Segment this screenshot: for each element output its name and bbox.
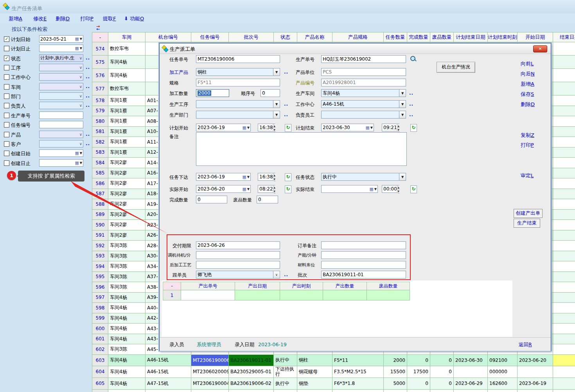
- add-link[interactable]: 新增A: [521, 81, 534, 88]
- table-row-606[interactable]: 606车间4杨A51-15机MT2306190033BA230619003-02…: [92, 390, 575, 392]
- chevron-down-icon[interactable]: ∨: [79, 65, 82, 70]
- row-number[interactable]: 597: [92, 293, 108, 303]
- filter-combo-input[interactable]: ∨: [39, 102, 83, 109]
- act-end-date[interactable]: ▦▼: [321, 185, 378, 193]
- checkbox[interactable]: [4, 103, 9, 108]
- next-link[interactable]: 向后N: [521, 70, 535, 77]
- refresh-icon[interactable]: ↻: [410, 185, 417, 193]
- dept-more-button[interactable]: ..: [284, 112, 288, 117]
- table-cell[interactable]: [553, 334, 575, 345]
- table-cell[interactable]: 车间4杨: [108, 378, 146, 390]
- table-cell[interactable]: A46-15机: [146, 355, 191, 366]
- table-cell[interactable]: 0: [430, 355, 454, 366]
- product-combo[interactable]: 铜柱▼: [196, 68, 280, 76]
- table-cell[interactable]: A51-15机: [146, 390, 191, 392]
- material-loc-input[interactable]: [321, 261, 406, 269]
- chevron-down-icon[interactable]: ▼: [247, 187, 250, 191]
- output-column-header[interactable]: 废品数量: [367, 282, 410, 290]
- table-cell[interactable]: MT2306190004: [191, 378, 229, 390]
- filter-more-button[interactable]: ..: [86, 131, 90, 137]
- table-cell[interactable]: 车间1蔡: [108, 137, 146, 147]
- refresh-icon[interactable]: ↻: [285, 185, 291, 193]
- toolbar-item-D[interactable]: 删除D: [56, 15, 70, 22]
- remark-textarea[interactable]: [196, 132, 407, 166]
- table-cell[interactable]: BA230619006-02: [229, 378, 274, 390]
- chevron-down-icon[interactable]: ▼: [80, 47, 82, 50]
- work-center-combo[interactable]: A46-15机▼: [321, 100, 406, 108]
- table-cell[interactable]: BA230619011-01: [229, 355, 274, 366]
- refresh-icon[interactable]: ↻: [285, 173, 291, 181]
- output-cell[interactable]: [235, 290, 280, 300]
- row-number[interactable]: 593: [92, 251, 108, 262]
- checkbox[interactable]: ✓: [4, 36, 9, 42]
- column-header[interactable]: 机台编号: [146, 32, 191, 42]
- table-cell[interactable]: [553, 210, 575, 220]
- column-header[interactable]: 开始日期: [518, 32, 553, 42]
- table-cell[interactable]: [553, 199, 575, 210]
- table-cell[interactable]: [553, 303, 575, 313]
- staff-combo[interactable]: ▼: [321, 111, 406, 119]
- chevron-down-icon[interactable]: ▼: [273, 111, 280, 118]
- table-cell[interactable]: 车间1蔡: [108, 95, 146, 106]
- table-cell[interactable]: 车间3陈: [108, 344, 146, 355]
- table-cell[interactable]: 车间3陈: [108, 241, 146, 251]
- output-column-header[interactable]: 产出数量: [323, 282, 367, 290]
- qty-input[interactable]: 2000: [196, 89, 229, 97]
- calendar-icon[interactable]: ▦: [242, 125, 246, 130]
- table-cell[interactable]: 车间3陈: [108, 282, 146, 293]
- finish-production-button[interactable]: 生产结束: [514, 219, 540, 228]
- filter-more-button[interactable]: ..: [86, 93, 90, 99]
- chevron-down-icon[interactable]: ∨: [79, 132, 82, 137]
- table-cell[interactable]: 执行中: [274, 390, 297, 392]
- row-number[interactable]: 575: [92, 56, 108, 69]
- chevron-down-icon[interactable]: ▼: [399, 111, 406, 118]
- table-cell[interactable]: 092100: [488, 355, 518, 366]
- table-cell[interactable]: F8.5*M4*12: [332, 390, 384, 392]
- row-number[interactable]: 602: [92, 344, 108, 355]
- follower-more-button[interactable]: ..: [284, 272, 288, 277]
- act-start-time[interactable]: 08:22▲▼: [258, 185, 275, 193]
- filter-combo-input[interactable]: ∨: [39, 92, 83, 100]
- chevron-down-icon[interactable]: ▼: [80, 151, 82, 155]
- table-cell[interactable]: [553, 251, 575, 262]
- table-cell[interactable]: 车间4杨: [108, 366, 146, 378]
- table-cell[interactable]: 0: [430, 378, 454, 390]
- table-cell[interactable]: 数控车韦: [108, 42, 146, 56]
- capacity-input[interactable]: [321, 251, 406, 259]
- table-cell[interactable]: [553, 366, 575, 378]
- row-number[interactable]: 581: [92, 127, 108, 137]
- filter-combo-input[interactable]: ∨: [39, 140, 83, 147]
- table-cell[interactable]: [553, 261, 575, 272]
- chevron-down-icon[interactable]: ∨: [79, 142, 82, 146]
- batch-input[interactable]: BA230619011-01: [321, 271, 406, 279]
- column-header[interactable]: 任务数量: [384, 32, 407, 42]
- table-cell[interactable]: 螺柱: [297, 390, 332, 392]
- product-more-button[interactable]: ..: [284, 69, 288, 75]
- checkbox[interactable]: [4, 84, 9, 90]
- filter-combo-input[interactable]: ∨: [39, 73, 83, 81]
- row-number[interactable]: 579: [92, 106, 108, 117]
- row-number[interactable]: 605: [92, 378, 108, 390]
- table-cell[interactable]: [553, 168, 575, 179]
- table-cell[interactable]: 15500: [384, 366, 407, 378]
- checkbox[interactable]: [4, 113, 9, 118]
- table-cell[interactable]: [553, 390, 575, 392]
- table-cell[interactable]: 车间1蔡: [108, 106, 146, 117]
- row-number[interactable]: 580: [92, 116, 108, 127]
- order-remark-input[interactable]: [321, 241, 406, 249]
- table-cell[interactable]: [553, 378, 575, 390]
- chevron-down-icon[interactable]: ▼: [399, 90, 406, 97]
- table-cell[interactable]: [518, 366, 553, 378]
- row-number[interactable]: 584: [92, 158, 108, 168]
- calendar-icon[interactable]: ▦: [365, 125, 369, 130]
- column-header[interactable]: 批次号: [229, 32, 274, 42]
- calendar-icon[interactable]: ▦: [75, 151, 79, 156]
- seq-input[interactable]: 0: [261, 89, 280, 97]
- staff-more-button[interactable]: ..: [409, 112, 413, 117]
- save-link[interactable]: 保存S: [521, 91, 534, 98]
- swap-columns-icon[interactable]: → ←: [96, 25, 103, 31]
- output-cell[interactable]: [323, 290, 367, 300]
- chevron-down-icon[interactable]: ▼: [247, 175, 250, 179]
- filter-more-button[interactable]: ..: [86, 74, 90, 79]
- table-cell[interactable]: F6*3*1.8: [332, 378, 384, 390]
